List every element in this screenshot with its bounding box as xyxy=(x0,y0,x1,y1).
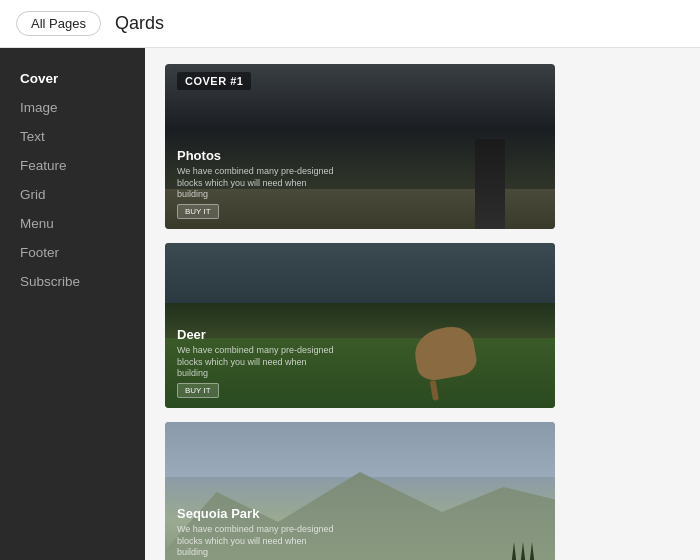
cover-card-3[interactable]: Sequoia Park We have combined many pre-d… xyxy=(165,422,555,560)
tree-3 xyxy=(529,542,535,560)
sidebar-item-grid[interactable]: Grid xyxy=(0,180,145,209)
card-3-sky xyxy=(165,422,555,477)
card-figure xyxy=(475,139,505,229)
sidebar-item-cover[interactable]: Cover xyxy=(0,64,145,93)
sidebar-item-text[interactable]: Text xyxy=(0,122,145,151)
card-1-text: Photos We have combined many pre-designe… xyxy=(177,148,337,201)
card-2-title: Deer xyxy=(177,327,337,342)
header: All Pages Qards xyxy=(0,0,700,48)
card-1-title: Photos xyxy=(177,148,337,163)
sidebar-item-feature[interactable]: Feature xyxy=(0,151,145,180)
card-1-desc: We have combined many pre-designed block… xyxy=(177,166,337,201)
card-1-badge: COVER #1 xyxy=(177,72,251,90)
card-2-text: Deer We have combined many pre-designed … xyxy=(177,327,337,380)
card-3-title: Sequoia Park xyxy=(177,506,337,521)
sidebar-item-menu[interactable]: Menu xyxy=(0,209,145,238)
card-3-desc: We have combined many pre-designed block… xyxy=(177,524,337,559)
app-title: Qards xyxy=(115,13,164,34)
tree-2 xyxy=(520,542,526,560)
tree-1 xyxy=(511,542,517,560)
card-2-button[interactable]: BUY IT xyxy=(177,383,219,398)
sidebar-item-subscribe[interactable]: Subscribe xyxy=(0,267,145,296)
card-2-sky xyxy=(165,243,555,303)
card-3-text: Sequoia Park We have combined many pre-d… xyxy=(177,506,337,559)
sidebar-item-footer[interactable]: Footer xyxy=(0,238,145,267)
card-2-desc: We have combined many pre-designed block… xyxy=(177,345,337,380)
cover-card-2[interactable]: Deer We have combined many pre-designed … xyxy=(165,243,555,408)
content-area: COVER #1 Photos We have combined many pr… xyxy=(145,48,700,560)
cover-card-1[interactable]: COVER #1 Photos We have combined many pr… xyxy=(165,64,555,229)
all-pages-button[interactable]: All Pages xyxy=(16,11,101,36)
sidebar-item-image[interactable]: Image xyxy=(0,93,145,122)
sidebar: Cover Image Text Feature Grid Menu Foote… xyxy=(0,48,145,560)
card-3-trees xyxy=(511,542,535,560)
main-layout: Cover Image Text Feature Grid Menu Foote… xyxy=(0,48,700,560)
card-1-button[interactable]: BUY IT xyxy=(177,204,219,219)
